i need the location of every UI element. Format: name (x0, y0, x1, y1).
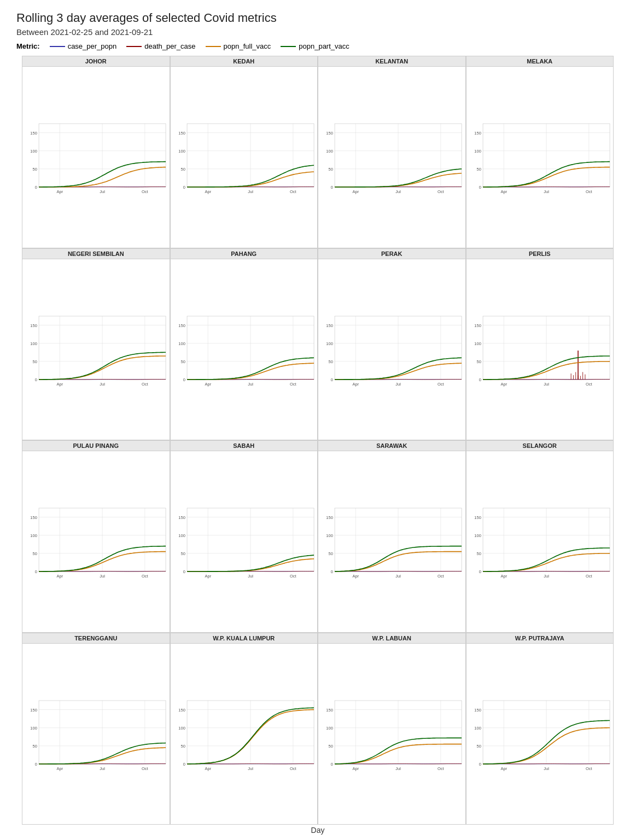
chart-cell-15: W.P. PUTRAJAYA 050100150AprJulOct (466, 633, 614, 825)
svg-text:Jul: Jul (395, 574, 401, 579)
chart-inner-12: 050100150AprJulOct (22, 644, 170, 825)
chart-svg-0: 050100150AprJulOct (22, 67, 170, 248)
legend-text-death: death_per_case (144, 42, 195, 50)
svg-text:Jul: Jul (395, 189, 401, 194)
svg-text:Jul: Jul (544, 766, 549, 771)
svg-text:Oct: Oct (289, 766, 296, 771)
svg-text:50: 50 (329, 167, 333, 172)
svg-text:Jul: Jul (544, 574, 549, 579)
chart-title-7: PERLIS (466, 249, 614, 259)
svg-text:150: 150 (178, 323, 185, 328)
svg-text:Oct: Oct (142, 189, 149, 194)
x-axis-label: Day (22, 825, 614, 835)
chart-inner-8: 050100150AprJulOct (22, 451, 170, 632)
svg-text:Jul: Jul (248, 381, 253, 386)
svg-text:50: 50 (33, 744, 37, 749)
chart-inner-5: 050100150AprJulOct (171, 259, 318, 440)
svg-text:100: 100 (30, 341, 37, 346)
svg-text:150: 150 (474, 131, 481, 136)
chart-inner-6: 050100150AprJulOct (318, 259, 465, 440)
chart-cell-9: SABAH 050100150AprJulOct (170, 440, 318, 633)
chart-inner-2: 050100150AprJulOct (318, 67, 465, 248)
svg-text:0: 0 (35, 762, 37, 767)
svg-text:Apr: Apr (205, 189, 211, 194)
chart-inner-13: 050100150AprJulOct (171, 644, 318, 825)
svg-text:Apr: Apr (352, 574, 359, 579)
svg-text:0: 0 (35, 377, 37, 382)
chart-title-8: PULAU PINANG (22, 441, 170, 451)
svg-text:0: 0 (479, 377, 481, 382)
svg-text:150: 150 (474, 707, 481, 712)
svg-text:Oct: Oct (438, 766, 445, 771)
svg-text:Apr: Apr (56, 189, 63, 194)
svg-text:100: 100 (326, 725, 333, 730)
svg-text:100: 100 (178, 725, 185, 730)
svg-text:Apr: Apr (56, 574, 63, 579)
chart-svg-15: 050100150AprJulOct (466, 644, 614, 825)
svg-text:0: 0 (331, 569, 333, 574)
chart-title-12: TERENGGANU (22, 633, 170, 644)
svg-text:50: 50 (180, 551, 185, 556)
svg-text:100: 100 (30, 725, 37, 730)
chart-cell-1: KEDAH 050100150AprJulOct (170, 56, 318, 248)
svg-text:Oct: Oct (585, 766, 592, 771)
svg-text:Oct: Oct (289, 381, 296, 386)
svg-text:Jul: Jul (248, 574, 253, 579)
svg-text:50: 50 (476, 744, 481, 749)
chart-svg-14: 050100150AprJulOct (318, 644, 465, 825)
legend-line-part (281, 46, 296, 47)
svg-text:100: 100 (178, 341, 185, 346)
svg-text:100: 100 (326, 341, 333, 346)
page-title: Rolling 3 day averages of selected Covid… (16, 11, 614, 25)
svg-text:0: 0 (479, 569, 481, 574)
charts-container: JOHOR 050100150AprJulOct KEDAH 050100150… (22, 56, 614, 825)
svg-text:Oct: Oct (438, 381, 445, 386)
chart-inner-10: 050100150AprJulOct (318, 451, 465, 632)
svg-text:0: 0 (331, 762, 333, 767)
chart-svg-12: 050100150AprJulOct (22, 644, 170, 825)
svg-text:50: 50 (33, 167, 37, 172)
grid-wrapper: JOHOR 050100150AprJulOct KEDAH 050100150… (22, 56, 614, 835)
chart-cell-13: W.P. KUALA LUMPUR 050100150AprJulOct (170, 633, 318, 825)
chart-inner-3: 050100150AprJulOct (466, 67, 614, 248)
svg-text:50: 50 (476, 359, 481, 364)
svg-text:150: 150 (178, 707, 185, 712)
legend: Metric: case_per_popn death_per_case pop… (16, 42, 614, 50)
chart-inner-14: 050100150AprJulOct (318, 644, 465, 825)
svg-text:150: 150 (178, 515, 185, 520)
svg-text:50: 50 (476, 167, 481, 172)
chart-inner-4: 050100150AprJulOct (22, 259, 170, 440)
chart-title-0: JOHOR (22, 56, 170, 67)
svg-text:Jul: Jul (544, 189, 549, 194)
svg-text:Oct: Oct (585, 574, 592, 579)
svg-text:50: 50 (180, 359, 185, 364)
chart-svg-11: 050100150AprJulOct (466, 451, 614, 632)
chart-inner-0: 050100150AprJulOct (22, 67, 170, 248)
chart-cell-2: KELANTAN 050100150AprJulOct (318, 56, 466, 248)
svg-text:50: 50 (476, 551, 481, 556)
chart-title-10: SARAWAK (318, 441, 465, 451)
chart-title-15: W.P. PUTRAJAYA (466, 633, 614, 644)
svg-text:50: 50 (33, 551, 37, 556)
svg-text:Apr: Apr (352, 766, 359, 771)
svg-text:Jul: Jul (100, 766, 105, 771)
chart-cell-8: PULAU PINANG 050100150AprJulOct (22, 440, 170, 633)
svg-text:0: 0 (35, 569, 37, 574)
chart-svg-5: 050100150AprJulOct (171, 259, 318, 440)
chart-cell-3: MELAKA 050100150AprJulOct (466, 56, 614, 248)
chart-inner-7: 050100150AprJulOct (466, 259, 614, 440)
svg-text:Oct: Oct (142, 381, 149, 386)
chart-title-5: PAHANG (171, 249, 318, 259)
svg-text:0: 0 (183, 569, 185, 574)
chart-svg-13: 050100150AprJulOct (171, 644, 318, 825)
chart-svg-7: 050100150AprJulOct (466, 259, 614, 440)
svg-text:150: 150 (30, 707, 37, 712)
svg-text:100: 100 (178, 533, 185, 538)
svg-text:50: 50 (329, 359, 333, 364)
page-subtitle: Between 2021-02-25 and 2021-09-21 (16, 27, 614, 37)
svg-text:50: 50 (329, 744, 333, 749)
svg-text:0: 0 (35, 185, 37, 190)
svg-text:Jul: Jul (544, 381, 549, 386)
svg-text:Jul: Jul (100, 574, 105, 579)
svg-text:50: 50 (33, 359, 37, 364)
